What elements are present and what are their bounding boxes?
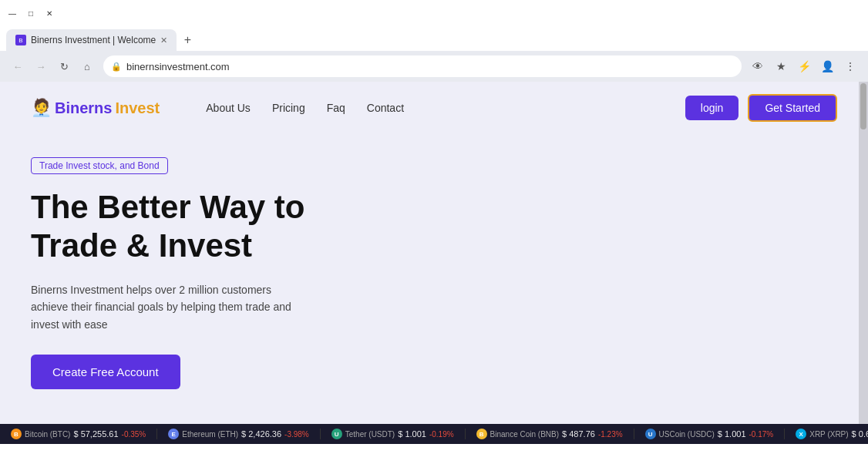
ticker-price: $ 1.001 bbox=[718, 429, 746, 439]
tab-close-button[interactable]: ✕ bbox=[160, 35, 167, 45]
ticker-coin-icon: E bbox=[168, 429, 179, 439]
menu-icon[interactable]: ⋮ bbox=[840, 56, 860, 76]
close-button[interactable]: ✕ bbox=[43, 7, 56, 19]
ticker-change: -1.23% bbox=[598, 430, 623, 439]
hero-title-line2: Trade & Invest bbox=[31, 227, 252, 264]
browser-chrome: — □ ✕ B Binerns Investment | Welcome ✕ +… bbox=[0, 0, 868, 82]
privacy-icon[interactable]: 👁 bbox=[748, 56, 768, 76]
ticker-coin-icon: B bbox=[476, 429, 487, 439]
ticker-coin-name: Ethereum (ETH) bbox=[182, 430, 238, 439]
create-account-button[interactable]: Create Free Account bbox=[31, 355, 180, 389]
ticker-coin-name: Tether (USDT) bbox=[345, 430, 395, 439]
nav-pricing[interactable]: Pricing bbox=[272, 102, 305, 114]
hero-section: Trade Invest stock, and Bond The Better … bbox=[0, 134, 868, 405]
ticker-item: U USCoin (USDC) $ 1.001 -0.17% bbox=[634, 429, 786, 439]
profile-icon[interactable]: 👤 bbox=[817, 56, 837, 76]
hero-title-line1: The Better Way to bbox=[31, 189, 304, 225]
ticker-change: -0.35% bbox=[122, 430, 146, 439]
new-tab-button[interactable]: + bbox=[177, 29, 198, 51]
active-tab[interactable]: B Binerns Investment | Welcome ✕ bbox=[6, 29, 177, 51]
ticker-price: $ 57,255.61 bbox=[73, 429, 118, 439]
site-header: 🧑‍💼 BinernsInvest About Us Pricing Faq C… bbox=[0, 82, 868, 134]
ticker-coin-name: USCoin (USDC) bbox=[659, 430, 715, 439]
nav-contact[interactable]: Contact bbox=[367, 102, 404, 114]
home-button[interactable]: ⌂ bbox=[77, 56, 97, 76]
get-started-button[interactable]: Get Started bbox=[748, 94, 837, 122]
hero-tag: Trade Invest stock, and Bond bbox=[31, 157, 168, 174]
extensions-icon[interactable]: ⚡ bbox=[794, 56, 814, 76]
logo-binerns: Binerns bbox=[55, 99, 112, 117]
nav-about[interactable]: About Us bbox=[206, 102, 251, 114]
ticker-price: $ 0.62 bbox=[852, 429, 868, 439]
ticker-item: B Bitcoin (BTC) $ 57,255.61 -0.35% bbox=[0, 429, 157, 439]
window-controls[interactable]: — □ ✕ bbox=[6, 7, 56, 19]
url-lock-icon: 🔒 bbox=[111, 62, 122, 72]
ticker-coin-icon: U bbox=[645, 429, 656, 439]
ticker-coin-icon: U bbox=[331, 429, 342, 439]
ticker-change: -3.98% bbox=[284, 430, 309, 439]
tab-favicon: B bbox=[15, 35, 26, 45]
main-nav: About Us Pricing Faq Contact bbox=[206, 102, 404, 114]
hero-description: Binerns Investment helps over 2 million … bbox=[31, 281, 308, 333]
ticker-item: U Tether (USDT) $ 1.001 -0.19% bbox=[321, 429, 466, 439]
url-bar[interactable]: 🔒 binernsinvestment.com bbox=[103, 55, 742, 77]
maximize-button[interactable]: □ bbox=[25, 7, 37, 19]
logo-invest: Invest bbox=[115, 99, 160, 117]
minimize-button[interactable]: — bbox=[6, 7, 19, 19]
logo[interactable]: 🧑‍💼 BinernsInvest bbox=[31, 98, 160, 118]
reload-button[interactable]: ↻ bbox=[54, 56, 74, 76]
ticker-item: E Ethereum (ETH) $ 2,426.36 -3.98% bbox=[157, 429, 320, 439]
address-bar: ← → ↻ ⌂ 🔒 binernsinvestment.com 👁 ★ ⚡ 👤 … bbox=[0, 51, 868, 82]
logo-icon: 🧑‍💼 bbox=[31, 98, 52, 118]
ticker-coin-icon: B bbox=[11, 429, 22, 439]
tab-bar: B Binerns Investment | Welcome ✕ + bbox=[0, 26, 868, 51]
nav-buttons: ← → ↻ ⌂ bbox=[8, 56, 97, 76]
ticker-coin-name: Binance Coin (BNB) bbox=[490, 430, 559, 439]
forward-button[interactable]: → bbox=[31, 56, 51, 76]
ticker-coin-icon: X bbox=[796, 429, 806, 439]
page-content: 🧑‍💼 BinernsInvest About Us Pricing Faq C… bbox=[0, 82, 868, 444]
bookmark-icon[interactable]: ★ bbox=[771, 56, 791, 76]
scrollbar[interactable] bbox=[859, 82, 868, 444]
ticker-price: $ 487.76 bbox=[562, 429, 595, 439]
ticker-price: $ 2,426.36 bbox=[241, 429, 281, 439]
login-button[interactable]: login bbox=[685, 96, 739, 120]
back-button[interactable]: ← bbox=[8, 56, 28, 76]
hero-title: The Better Way to Trade & Invest bbox=[31, 188, 401, 266]
ticker-bar: B Bitcoin (BTC) $ 57,255.61 -0.35% E Eth… bbox=[0, 424, 868, 444]
ticker-price: $ 1.001 bbox=[398, 429, 426, 439]
ticker-item: X XRP (XRP) $ 0.62 +19.64% bbox=[785, 429, 868, 439]
tab-title: Binerns Investment | Welcome bbox=[31, 35, 156, 45]
url-text: binernsinvestment.com bbox=[126, 61, 230, 72]
browser-actions: 👁 ★ ⚡ 👤 ⋮ bbox=[748, 56, 860, 76]
header-actions: login Get Started bbox=[685, 94, 837, 122]
ticker-coin-name: XRP (XRP) bbox=[809, 430, 848, 439]
ticker-coin-name: Bitcoin (BTC) bbox=[25, 430, 70, 439]
scrollbar-thumb[interactable] bbox=[860, 83, 866, 129]
nav-faq[interactable]: Faq bbox=[327, 102, 345, 114]
ticker-item: B Binance Coin (BNB) $ 487.76 -1.23% bbox=[466, 429, 634, 439]
ticker-change: -0.17% bbox=[749, 430, 774, 439]
ticker-content: B Bitcoin (BTC) $ 57,255.61 -0.35% E Eth… bbox=[0, 429, 868, 439]
title-bar: — □ ✕ bbox=[0, 0, 868, 26]
ticker-change: -0.19% bbox=[429, 430, 454, 439]
